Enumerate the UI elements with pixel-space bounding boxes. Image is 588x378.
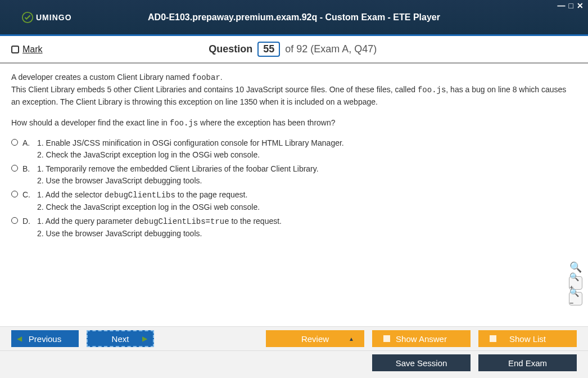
question-content: A developer creates a custom Client Libr… [0,64,588,311]
app-logo: UMINGO [21,11,72,24]
option-b[interactable]: B. 1. Temporarily remove the embedded Cl… [11,163,577,187]
subheader: Mark Question 55 of 92 (Exam A, Q47) [0,36,588,64]
options-list: A. 1. Enable JS/CSS minification in OSGi… [11,137,577,240]
minimize-icon[interactable]: — [558,1,566,10]
chevron-up-icon: ▲ [349,336,354,342]
question-para1: A developer creates a custom Client Libr… [11,71,577,84]
option-a[interactable]: A. 1. Enable JS/CSS minification in OSGi… [11,137,577,161]
app-name: UMINGO [36,13,72,22]
radio-icon[interactable] [11,165,18,172]
question-number: 55 [257,42,280,57]
logo-check-icon [21,11,34,24]
show-list-button[interactable]: Show List [478,330,577,347]
checkbox-icon [383,335,390,342]
radio-icon[interactable] [11,191,18,197]
question-of-text: of 92 (Exam A, Q47) [285,43,377,55]
footer-row-1: ◀ Previous Next ▶ Review ▲ Show Answer S… [0,326,588,350]
radio-icon[interactable] [11,217,18,224]
next-button[interactable]: Next ▶ [87,330,154,347]
window-controls: — □ ✕ [558,1,584,10]
show-answer-button[interactable]: Show Answer [372,330,471,347]
window-title: AD0-E103.prepaway.premium.exam.92q - Cus… [148,12,440,22]
option-c[interactable]: C. 1. Add the selector debugClientLibs t… [11,189,577,213]
checkbox-icon [490,335,496,342]
mark-checkbox[interactable] [11,46,19,53]
close-icon[interactable]: ✕ [577,1,584,10]
mark-label: Mark [22,44,43,55]
question-word: Question [209,43,252,55]
question-para2: This Client Library embeds 5 other Clien… [11,84,577,108]
radio-icon[interactable] [11,139,18,146]
end-exam-button[interactable]: End Exam [478,354,577,371]
previous-button[interactable]: ◀ Previous [11,330,79,347]
mark-toggle[interactable]: Mark [11,44,43,55]
zoom-controls: 🔍 🔍⁺ 🔍⁻ [569,260,582,305]
maximize-icon[interactable]: □ [569,1,573,10]
zoom-out-button[interactable]: 🔍⁻ [569,292,582,305]
question-indicator: Question 55 of 92 (Exam A, Q47) [43,42,543,57]
question-para3: How should a developer find the exact li… [11,117,577,129]
option-d[interactable]: D. 1. Add the query parameter debugClien… [11,215,577,240]
save-session-button[interactable]: Save Session [372,354,471,371]
review-button[interactable]: Review ▲ [266,330,364,347]
titlebar: UMINGO AD0-E103.prepaway.premium.exam.92… [0,0,588,36]
footer: ◀ Previous Next ▶ Review ▲ Show Answer S… [0,326,588,378]
footer-row-2: Save Session End Exam [0,350,588,378]
